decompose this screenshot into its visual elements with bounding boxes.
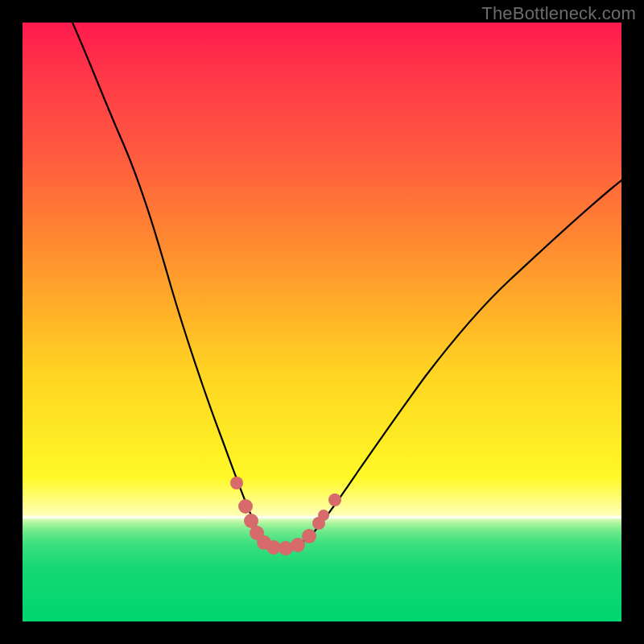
bottleneck-curve bbox=[72, 23, 621, 548]
marker-right-cluster-1 bbox=[302, 529, 316, 543]
marker-left-cluster-2 bbox=[238, 499, 253, 514]
marker-right-cluster-3 bbox=[318, 510, 329, 521]
watermark-text: TheBottleneck.com bbox=[481, 3, 636, 24]
marker-right-single bbox=[328, 493, 341, 506]
marker-left-cluster-1 bbox=[230, 477, 243, 489]
marker-flat-4 bbox=[291, 538, 305, 552]
marker-group bbox=[230, 477, 341, 555]
plot-svg bbox=[23, 23, 621, 621]
plot-area bbox=[23, 23, 621, 621]
